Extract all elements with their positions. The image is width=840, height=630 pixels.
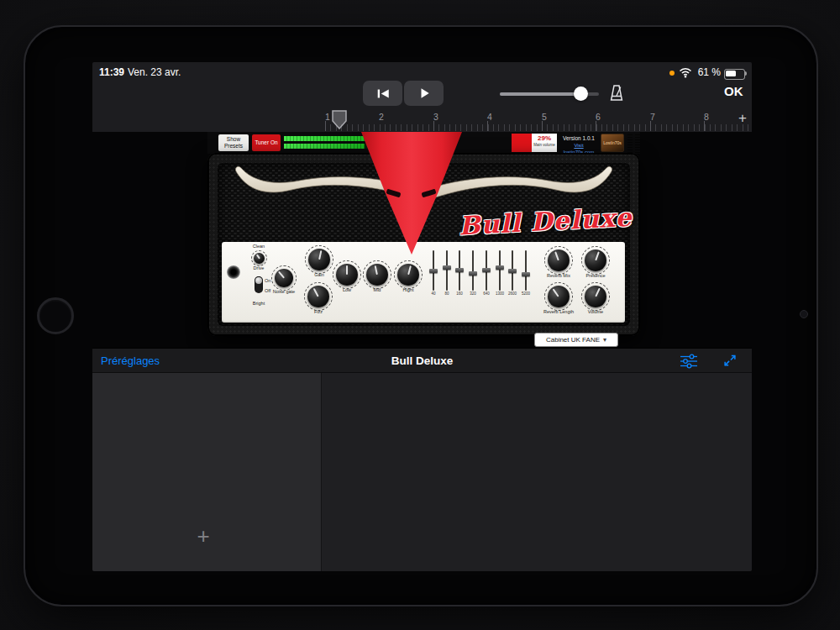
volume-knob[interactable] [585,286,606,307]
ruler-bar-ticks [325,121,752,131]
drive-label: Drive [244,265,274,270]
top-bar: 11:39 Ven. 23 avr. 61 % [92,62,752,133]
ruler-bar-4: 4 [487,112,492,122]
bright-label: Bright [242,301,276,306]
presence-knob[interactable] [585,249,606,271]
status-time: 11:39 [99,66,124,78]
main-volume-percent: 29% [532,134,557,143]
main-volume-readout: 29% Main volume [532,134,557,152]
ruler-bar-1: 1 [325,112,330,122]
eq-slider-2600[interactable] [507,250,517,291]
home-button[interactable] [37,297,74,334]
plugin-footer-bar: Préréglages Bull Deluxe [92,348,752,373]
ruler-bar-3: 3 [433,112,438,122]
playhead[interactable] [332,110,347,129]
input-jack [227,265,240,279]
ruler-bar-7: 7 [650,112,655,122]
ipad-frame: 11:39 Ven. 23 avr. 61 % [24,25,818,606]
track-header-panel: + [92,373,321,571]
volume-label: Volume [575,309,617,314]
front-camera [800,310,808,318]
tuner-on-button[interactable]: Tuner On [252,134,281,151]
ok-button[interactable]: OK [724,84,743,98]
screen: 11:39 Ven. 23 avr. 61 % [92,62,752,571]
track-timeline-panel [321,373,752,571]
battery-percent: 61 % [694,66,721,78]
reverb-mix-knob[interactable] [548,249,570,271]
version-text: Version 1.0.1 [559,135,599,142]
mid-knob[interactable] [366,264,388,286]
clean-drive-selector[interactable] [254,253,265,264]
bull-left-eye [386,189,401,198]
status-date: Ven. 23 avr. [128,66,181,78]
master-volume-slider[interactable] [500,92,599,96]
eq-freq-5200: 5200 [517,291,534,296]
metronome-icon[interactable] [606,83,627,103]
ruler-bar-2: 2 [379,112,384,122]
skip-to-start-icon [375,88,391,99]
main-volume-label: Main volume [532,143,557,147]
eq-slider-640[interactable] [481,250,491,291]
bright-switch[interactable] [255,276,263,293]
amp-control-panel: Clean Drive On Off Bright Noise gate Gai… [222,242,625,323]
mid-label: Mid [360,287,394,292]
controls-sliders-icon[interactable] [680,354,697,369]
cabinet-select[interactable]: Cabinet UK FANE ▾ [534,333,618,347]
ruler-add-button[interactable]: + [738,110,747,127]
eq-slider-320[interactable] [468,250,478,291]
play-icon [418,87,430,99]
hight-label: Hight [391,287,425,292]
ruler-bar-6: 6 [596,112,601,122]
fizz-label: Fizz [302,309,335,314]
bull-right-eye [421,189,436,198]
hight-knob[interactable] [397,264,419,286]
led-meter-left [627,133,633,153]
chevron-down-icon: ▾ [603,336,606,344]
reverb-mix-label: Reverb Mix [538,273,580,278]
noise-gate-knob[interactable] [275,269,293,287]
ruler-bar-5: 5 [542,112,547,122]
lostin70s-logo[interactable]: LostIn70s [601,134,624,152]
battery-icon [724,69,745,80]
low-knob[interactable] [336,264,358,286]
reverb-length-knob[interactable] [548,286,570,307]
battery-icon-nub [745,71,747,76]
eq-slider-160[interactable] [454,250,465,291]
play-button[interactable] [404,81,444,106]
low-label: Low [330,287,364,292]
add-track-button[interactable]: + [192,524,215,548]
eq-slider-40[interactable] [428,250,438,291]
tracks-area: + [92,373,752,571]
gain-knob[interactable] [308,249,330,270]
noise-gate-label: Noise gate [267,289,301,294]
eq-slider-1300[interactable] [495,250,505,291]
ruler-bar-8: 8 [704,112,709,122]
mic-indicator-icon [669,71,675,76]
eq-slider-5200[interactable] [521,250,531,291]
show-presets-button[interactable]: Show Presets [218,134,249,151]
presence-label: Presence [575,273,617,278]
fizz-knob[interactable] [307,286,329,307]
wifi-icon [679,67,692,78]
clean-label: Clean [244,244,274,249]
plugin-title: Bull Deluxe [92,354,752,367]
eq-slider-80[interactable] [442,250,452,291]
expand-icon[interactable] [722,353,738,368]
cabinet-select-value: Cabinet UK FANE [546,336,600,344]
gain-label: Gain [302,272,336,277]
led-meter-right [635,133,640,153]
main-volume-swatch [512,134,532,152]
rewind-button[interactable] [363,81,402,106]
volume-slider-thumb[interactable] [574,87,588,101]
